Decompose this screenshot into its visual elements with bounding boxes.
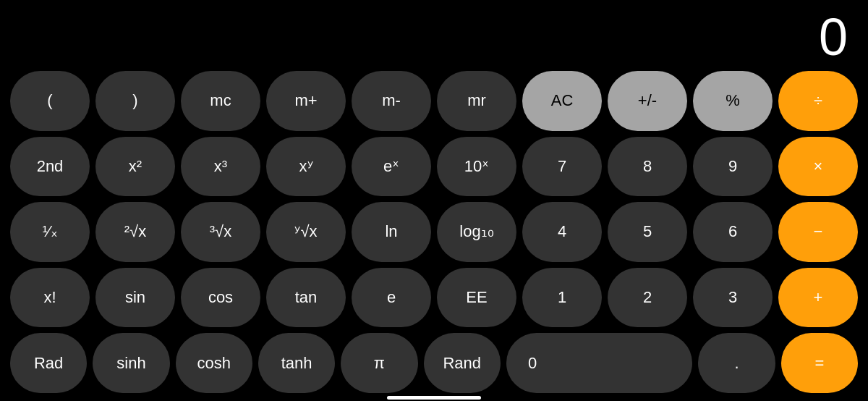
close-paren-button[interactable]: ) bbox=[95, 71, 175, 131]
four-button[interactable]: 4 bbox=[522, 202, 602, 262]
factorial-button[interactable]: x! bbox=[10, 268, 90, 328]
log10-button[interactable]: log₁₀ bbox=[437, 202, 516, 262]
sinh-button[interactable]: sinh bbox=[93, 333, 169, 393]
sqrt-y-button[interactable]: ʸ√x bbox=[266, 202, 346, 262]
subtract-button[interactable]: − bbox=[778, 202, 858, 262]
ee-button[interactable]: EE bbox=[437, 268, 516, 328]
x-squared-button[interactable]: x² bbox=[95, 137, 175, 197]
ten-to-x-button[interactable]: 10ˣ bbox=[437, 137, 516, 197]
button-row-0: ()mcm+m-mrAC+/-%÷ bbox=[10, 71, 858, 131]
x-to-y-button[interactable]: xʸ bbox=[266, 137, 346, 197]
percent-button[interactable]: % bbox=[693, 71, 773, 131]
mc-button[interactable]: mc bbox=[181, 71, 260, 131]
zero-button[interactable]: 0 bbox=[506, 333, 693, 393]
sqrt-2-button[interactable]: ²√x bbox=[95, 202, 175, 262]
x-cubed-button[interactable]: x³ bbox=[181, 137, 260, 197]
add-button[interactable]: + bbox=[778, 268, 858, 328]
second-button[interactable]: 2nd bbox=[10, 137, 90, 197]
two-button[interactable]: 2 bbox=[608, 268, 687, 328]
divide-button[interactable]: ÷ bbox=[778, 71, 858, 131]
button-row-4: RadsinhcoshtanhπRand0.= bbox=[10, 333, 858, 393]
tan-button[interactable]: tan bbox=[266, 268, 346, 328]
tanh-button[interactable]: tanh bbox=[258, 333, 335, 393]
home-indicator bbox=[387, 396, 481, 400]
button-row-2: ¹⁄ₓ²√x³√xʸ√xlnlog₁₀456− bbox=[10, 202, 858, 262]
ln-button[interactable]: ln bbox=[352, 202, 431, 262]
e-const-button[interactable]: e bbox=[352, 268, 431, 328]
rad-button[interactable]: Rad bbox=[10, 333, 87, 393]
rand-button[interactable]: Rand bbox=[424, 333, 501, 393]
sqrt-3-button[interactable]: ³√x bbox=[181, 202, 260, 262]
six-button[interactable]: 6 bbox=[693, 202, 773, 262]
cos-button[interactable]: cos bbox=[181, 268, 260, 328]
calculator: ()mcm+m-mrAC+/-%÷2ndx²x³xʸeˣ10ˣ789×¹⁄ₓ²√… bbox=[0, 71, 868, 393]
sin-button[interactable]: sin bbox=[95, 268, 175, 328]
pi-button[interactable]: π bbox=[341, 333, 417, 393]
cosh-button[interactable]: cosh bbox=[176, 333, 252, 393]
plus-minus-button[interactable]: +/- bbox=[608, 71, 687, 131]
e-to-x-button[interactable]: eˣ bbox=[352, 137, 431, 197]
m-plus-button[interactable]: m+ bbox=[266, 71, 346, 131]
display: 0 bbox=[0, 0, 868, 71]
button-row-1: 2ndx²x³xʸeˣ10ˣ789× bbox=[10, 137, 858, 197]
decimal-button[interactable]: . bbox=[698, 333, 775, 393]
multiply-button[interactable]: × bbox=[778, 137, 858, 197]
ac-button[interactable]: AC bbox=[522, 71, 602, 131]
mr-button[interactable]: mr bbox=[437, 71, 516, 131]
seven-button[interactable]: 7 bbox=[522, 137, 602, 197]
nine-button[interactable]: 9 bbox=[693, 137, 773, 197]
button-row-3: x!sincostaneEE123+ bbox=[10, 268, 858, 328]
three-button[interactable]: 3 bbox=[693, 268, 773, 328]
one-button[interactable]: 1 bbox=[522, 268, 602, 328]
m-minus-button[interactable]: m- bbox=[352, 71, 431, 131]
open-paren-button[interactable]: ( bbox=[10, 71, 90, 131]
eight-button[interactable]: 8 bbox=[608, 137, 687, 197]
one-over-x-button[interactable]: ¹⁄ₓ bbox=[10, 202, 90, 262]
equals-button[interactable]: = bbox=[781, 333, 858, 393]
five-button[interactable]: 5 bbox=[608, 202, 687, 262]
